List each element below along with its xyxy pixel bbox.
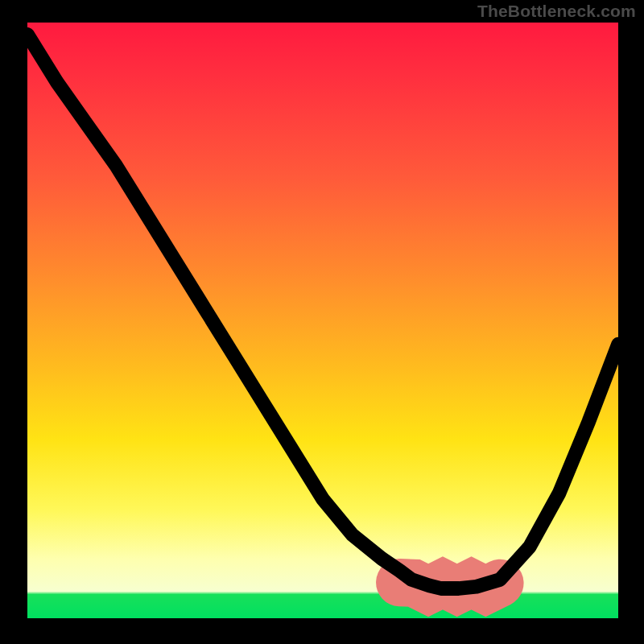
curve-svg [27, 23, 618, 618]
main-curve [27, 35, 618, 588]
chart-container: TheBottleneck.com [0, 0, 644, 644]
plot-area [27, 23, 618, 618]
watermark-text: TheBottleneck.com [477, 2, 636, 21]
